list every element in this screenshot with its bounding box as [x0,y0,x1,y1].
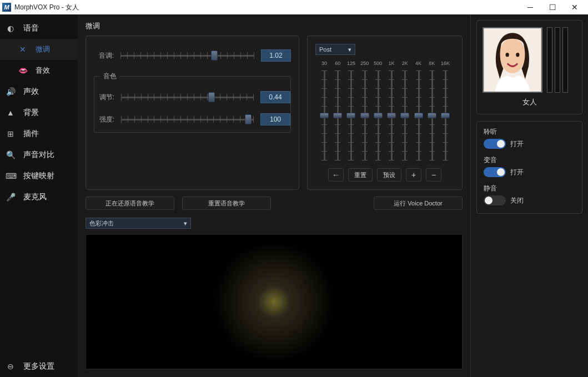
timbre-group: 音色 调节: 0.44 强度: [94,72,291,133]
maximize-button[interactable]: ☐ [541,0,564,14]
sidebar-item-label: 麦克风 [23,192,47,202]
chevron-down-icon: ▾ [348,46,351,53]
microphone-icon: 🎤 [6,193,16,202]
reset-voice-teach-button[interactable]: 重置语音教学 [182,197,271,210]
vu-meters [547,27,568,93]
eq-freq-label: 2K [402,61,408,68]
eq-band-slider[interactable] [345,71,356,160]
eq-band-slider[interactable] [440,71,451,160]
visualizer-value: 色彩冲击 [89,219,114,228]
eq-freq-label: 125 [347,61,355,68]
eq-add-button[interactable]: + [406,168,421,182]
profile-name: 女人 [483,97,576,107]
sidebar-item-label: 声音对比 [23,150,54,160]
eq-band-slider[interactable] [359,71,370,160]
svg-point-2 [516,53,519,57]
eq-band: 60 [331,61,344,160]
sidebar-item-label: 语音 [23,23,39,33]
listen-label: 聆听 [484,127,575,137]
plugin-icon: ⊞ [6,129,16,138]
eq-freq-label: 4K [415,61,421,68]
eq-band: 30 [318,61,331,160]
vu-meter [562,27,568,93]
restore-voice-teach-button[interactable]: 正在还原语音教学 [86,197,174,210]
eq-bands: 30601252505001K2K4K8K16K [315,61,454,160]
voice-doctor-button[interactable]: 运行 Voice Doctor [374,197,463,210]
sidebar-item-label: 按键映射 [23,171,54,181]
eq-band: 16K [439,61,452,160]
eq-band-slider[interactable] [373,71,384,160]
sidebar-item-label: 插件 [23,129,39,139]
eq-freq-label: 8K [429,61,435,68]
lips-icon: 👄 [18,66,28,75]
vu-meter [555,27,560,93]
eq-mode-select[interactable]: Post ▾ [315,44,355,55]
eq-reset-button[interactable]: 重置 [348,168,373,182]
toggles-box: 聆听 打开 变音 打开 静音 关闭 [476,121,582,214]
timbre-strength-value: 100 [260,113,290,125]
eq-freq-label: 16K [441,61,450,68]
timbre-strength-slider[interactable] [121,114,254,125]
visualizer-canvas [86,234,463,369]
eq-remove-button[interactable]: − [426,168,441,182]
timbre-adjust-slider[interactable] [121,92,254,103]
eq-band-slider[interactable] [399,71,410,160]
sidebar-item-soundfx[interactable]: 👄 音效 [0,60,78,81]
eq-band: 125 [344,61,358,160]
eq-freq-label: 250 [360,61,369,68]
sidebar-item-finetune[interactable]: ✕ 微调 [0,39,78,60]
pitch-slider[interactable] [120,50,254,61]
svg-point-1 [506,53,509,57]
sidebar-item-effects[interactable]: 🔊 声效 [0,81,78,102]
timbre-adjust-value: 0.44 [260,91,290,103]
morph-label: 变音 [484,155,575,165]
sidebar-item-compare[interactable]: 🔍 声音对比 [0,144,78,165]
eq-freq-label: 500 [374,61,382,68]
sidebar-item-microphone[interactable]: 🎤 麦克风 [0,187,78,208]
eq-band-slider[interactable] [319,71,330,160]
tools-icon: ✕ [18,45,28,54]
mute-state: 关闭 [510,196,524,205]
sidebar-item-plugins[interactable]: ⊞ 插件 [0,123,78,144]
morph-toggle[interactable] [484,167,506,177]
titlebar: M MorphVOX Pro - 女人 ─ ☐ ✕ [0,0,588,14]
listen-state: 打开 [510,139,524,149]
timbre-legend: 音色 [100,72,120,81]
visualizer-select[interactable]: 色彩冲击 ▾ [86,218,191,229]
vu-meter [547,27,552,93]
sidebar-item-label: 更多设置 [23,361,54,371]
sidebar-item-background[interactable]: ▲ 背景 [0,102,78,123]
eq-preset-button[interactable]: 预设 [377,168,401,182]
sidebar-item-label: 声效 [23,87,39,97]
chevron-down-icon: ▾ [184,220,187,227]
timbre-adjust-label: 调节: [94,93,114,102]
speaker-icon: 🔊 [6,87,16,96]
close-button[interactable]: ✕ [564,0,586,14]
eq-band-slider[interactable] [413,71,424,160]
equalizer-panel: Post ▾ 30601252505001K2K4K8K16K ← 重置 预设 … [307,36,463,190]
search-icon: 🔍 [6,150,16,159]
minimize-button[interactable]: ─ [519,0,541,14]
eq-freq-label: 1K [389,61,395,68]
eq-band-slider[interactable] [332,71,343,160]
eq-band: 250 [358,61,371,160]
listen-toggle[interactable] [484,139,506,149]
eq-band: 4K [412,61,425,160]
eq-band-slider[interactable] [426,71,438,160]
mute-toggle[interactable] [484,195,506,205]
eq-arrow-button[interactable]: ← [328,168,344,182]
eq-freq-label: 30 [321,61,327,68]
pitch-value: 1.02 [261,49,291,62]
profile-avatar[interactable] [483,27,542,93]
more-icon: ⊖ [6,362,16,371]
sidebar-item-keymap[interactable]: ⌨ 按键映射 [0,165,78,187]
eq-band: 500 [371,61,385,160]
sidebar-item-more-settings[interactable]: ⊖ 更多设置 [0,356,78,377]
sidebar-item-label: 音效 [36,66,50,76]
sidebar: ◐ 语音 ✕ 微调 👄 音效 🔊 声效 ▲ 背景 ⊞ 插件 🔍 声音对比 ⌨ [0,14,78,377]
sidebar-item-voice[interactable]: ◐ 语音 [0,18,78,39]
mountain-icon: ▲ [6,108,16,117]
morph-state: 打开 [510,168,524,177]
eq-band-slider[interactable] [386,71,397,160]
timbre-strength-label: 强度: [94,115,114,124]
